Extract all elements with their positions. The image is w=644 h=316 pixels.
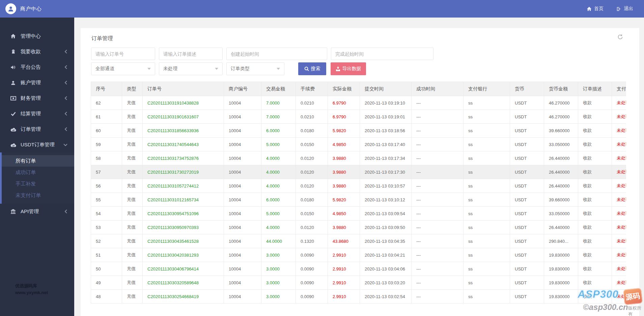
cell-submit_time: 2020-11-13 03:17:34 (360, 151, 412, 165)
bank-icon (10, 209, 16, 214)
sidebar-item-settlement[interactable]: 结算管理 (0, 106, 74, 121)
caret-down-icon (215, 68, 218, 70)
cell-bank: ss (464, 234, 510, 248)
cell-type: 充值 (122, 179, 143, 193)
cell-bank: ss (464, 165, 510, 179)
avatar (5, 3, 16, 14)
cell-seq: 58 (91, 151, 122, 165)
cell-desc: 收款 (578, 179, 612, 193)
cell-bank: ss (464, 207, 510, 221)
cell-merchant: 10004 (224, 110, 261, 124)
cell-desc: 收款 (578, 124, 612, 138)
cell-actual: 3.9880 (328, 221, 360, 234)
sidebar-item-announcements[interactable]: 平台公告 (0, 59, 74, 75)
cell-seq: 50 (91, 262, 122, 276)
cell-type: 充值 (122, 207, 143, 221)
order-desc-input[interactable] (159, 48, 223, 60)
cell-order_no: C20201113030254668419 (143, 290, 224, 304)
search-button[interactable]: 搜索 (298, 62, 326, 75)
create-time-input[interactable] (226, 48, 327, 60)
sidebar-item-collect[interactable]: 我要收款 (0, 44, 74, 59)
cell-status: 未处理 (612, 96, 626, 110)
column-header: 商户编号 (224, 82, 261, 96)
cell-seq: 62 (91, 96, 122, 110)
cell-currency_amount: 39.660000 (544, 193, 578, 207)
check-icon (10, 112, 16, 116)
sidebar-item-usdt-orders[interactable]: USDT订单管理 (0, 137, 74, 152)
cell-fee: 0.0210 (296, 110, 328, 124)
announcement-icon (10, 65, 16, 70)
cell-amount: 3.0000 (261, 262, 296, 276)
cell-bank: ss (464, 151, 510, 165)
cell-status: 未处理 (612, 110, 626, 124)
column-header: 订单描述 (578, 82, 612, 96)
cell-actual: 2.9910 (328, 262, 360, 276)
cell-seq: 56 (91, 179, 122, 193)
sidebar-item-dashboard[interactable]: 管理中心 (0, 28, 74, 44)
cell-fee: 0.0090 (296, 276, 328, 290)
cell-success_time: --- (412, 290, 464, 304)
nav-home-link[interactable]: 首页 (587, 6, 604, 12)
top-navbar: 商户中心 首页 退出 (0, 0, 644, 18)
cell-merchant: 10004 (224, 207, 261, 221)
cell-currency_amount: 33.050000 (544, 207, 578, 221)
sidebar-item-finance[interactable]: 财务管理 (0, 90, 74, 106)
cell-merchant: 10004 (224, 165, 261, 179)
cell-submit_time: 2020-11-13 03:19:01 (360, 110, 412, 124)
cell-currency: USDT (510, 165, 544, 179)
asp300-watermark: ©asp300.cn (583, 303, 628, 312)
cell-seq: 55 (91, 193, 122, 207)
order-type-select[interactable]: 订单类型 (226, 62, 284, 75)
table-row: 48充值C20201113030254668419100043.00000.00… (91, 290, 626, 304)
table-body: 62充值C20201113031910438828100047.00000.02… (91, 96, 626, 304)
cell-order_no: C20201113030435461528 (143, 234, 224, 248)
main-content: 订单管理 全部通道 未处理 (74, 18, 644, 316)
sidebar-subitem-unpaid-orders[interactable]: 未支付订单 (2, 190, 74, 201)
order-no-input[interactable] (91, 48, 155, 60)
refresh-icon[interactable] (617, 34, 623, 41)
cell-status: 未处理 (612, 138, 626, 151)
cell-fee: 0.0120 (296, 221, 328, 234)
sidebar-item-orders[interactable]: 订单管理 (0, 121, 74, 137)
chevron-left-icon (64, 81, 67, 85)
cell-type: 充值 (122, 221, 143, 234)
cell-currency_amount: 46.270000 (544, 96, 578, 110)
cell-merchant: 10004 (224, 234, 261, 248)
orders-table: 序号类型订单号商户编号交易金额手续费实际金额提交时间成功时间支付银行货币货币金额… (91, 82, 626, 304)
cell-actual: 5.9820 (328, 193, 360, 207)
column-header: 交易金额 (261, 82, 296, 96)
cell-seq: 51 (91, 248, 122, 262)
cell-seq: 61 (91, 110, 122, 124)
export-button[interactable]: 导出数据 (331, 62, 366, 75)
caret-down-icon (277, 68, 280, 70)
table-row: 54充值C20201113030954751096100045.00000.01… (91, 207, 626, 221)
cell-merchant: 10004 (224, 124, 261, 138)
channel-select[interactable]: 全部通道 (91, 62, 155, 75)
cell-status: 未处理 (612, 248, 626, 262)
cell-bank: ss (464, 193, 510, 207)
cell-success_time: --- (412, 96, 464, 110)
nav-logout-link[interactable]: 退出 (616, 6, 633, 12)
sidebar-subitem-manual-reissue[interactable]: 手工补发 (2, 178, 74, 190)
cell-actual: 2.9910 (328, 290, 360, 304)
cell-merchant: 10004 (224, 179, 261, 193)
sidebar-subitem-all-orders[interactable]: 所有订单 (2, 155, 74, 167)
cell-desc: 收款 (578, 207, 612, 221)
sidebar-item-api[interactable]: API管理 (0, 204, 74, 219)
finish-time-input[interactable] (331, 48, 433, 60)
cell-order_no: C20201113030320589648 (143, 276, 224, 290)
cell-submit_time: 2020-11-13 03:04:21 (360, 248, 412, 262)
cell-fee: 0.0090 (296, 262, 328, 276)
cell-currency_amount: 26.440000 (544, 165, 578, 179)
cell-fee: 0.1320 (296, 234, 328, 248)
cell-type: 充值 (122, 248, 143, 262)
cell-actual: 5.9820 (328, 124, 360, 138)
cell-type: 充值 (122, 290, 143, 304)
sidebar-item-accounts[interactable]: 账户管理 (0, 75, 74, 90)
status-select[interactable]: 未处理 (159, 62, 223, 75)
cell-bank: ss (464, 290, 510, 304)
cell-submit_time: 2020-11-13 03:18:56 (360, 124, 412, 138)
sidebar-subitem-success-orders[interactable]: 成功订单 (2, 167, 74, 178)
cell-merchant: 10004 (224, 221, 261, 234)
cell-currency_amount: 26.440000 (544, 151, 578, 165)
